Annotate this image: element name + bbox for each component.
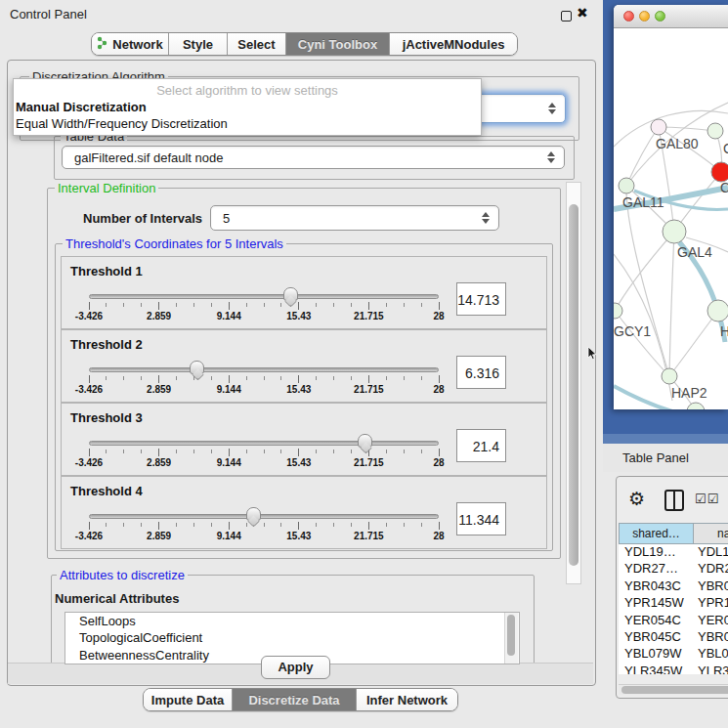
slider-thumb[interactable] bbox=[358, 434, 372, 448]
table-rows[interactable]: YDL19…YDL1YDR27…YDR2YBR043CYBR0YPR145WYP… bbox=[619, 544, 728, 674]
network-edge-thick[interactable] bbox=[614, 386, 672, 409]
close-traffic-icon[interactable] bbox=[623, 11, 634, 21]
split-columns-icon[interactable] bbox=[664, 490, 684, 511]
network-node-c[interactable] bbox=[711, 162, 728, 182]
table-row[interactable]: YER054CYER0 bbox=[619, 613, 728, 629]
number-of-intervals-value: 5 bbox=[223, 211, 230, 226]
tab-cyni-toolbox[interactable]: Cyni Toolbox bbox=[286, 33, 390, 55]
minor-tick bbox=[404, 376, 405, 380]
gear-icon[interactable]: ⚙ bbox=[628, 488, 645, 509]
table-data-combobox[interactable]: galFiltered.sif default node bbox=[62, 146, 565, 169]
cell-shared-name: YDL19… bbox=[619, 544, 696, 559]
minor-tick bbox=[351, 376, 352, 380]
minimize-traffic-icon[interactable] bbox=[639, 11, 650, 21]
apply-button[interactable]: Apply bbox=[261, 656, 330, 679]
network-node-gal80[interactable] bbox=[651, 119, 666, 135]
control-panel-title: Control Panel bbox=[10, 7, 87, 21]
network-view-window[interactable]: GAL80GACGAL11GAL4HGCY1HAP2 bbox=[614, 5, 728, 409]
minor-tick bbox=[141, 450, 142, 453]
table-row[interactable]: YDR27…YDR2 bbox=[619, 561, 728, 578]
slider-ticks: -3.4262.8599.14415.4321.71528 bbox=[89, 302, 439, 321]
tick-label: 28 bbox=[433, 311, 444, 321]
table-row[interactable]: YBR045CYBR0 bbox=[619, 629, 728, 646]
threshold-label: Threshold 3 bbox=[70, 410, 143, 425]
major-tick bbox=[158, 302, 159, 310]
major-tick bbox=[298, 449, 299, 456]
column-header-name[interactable]: na bbox=[694, 523, 728, 544]
tick-label: 21.715 bbox=[354, 384, 384, 395]
network-node-gal11[interactable] bbox=[619, 178, 634, 193]
dropdown-option-manual[interactable]: Manual Discretization bbox=[16, 100, 147, 114]
network-edge[interactable] bbox=[626, 127, 659, 186]
slider-thumb[interactable] bbox=[283, 287, 298, 301]
float-window-icon[interactable] bbox=[561, 11, 572, 21]
slider-thumb[interactable] bbox=[190, 361, 204, 374]
screen: Control Panel ✖ NetworkStyleSelectCyni T… bbox=[0, 0, 728, 728]
table-row[interactable]: YBR043CYBR0 bbox=[619, 578, 728, 595]
threshold-value-field[interactable]: 6.316 bbox=[456, 356, 506, 389]
network-node-gal4[interactable] bbox=[663, 220, 686, 243]
cell-name: YPR1 bbox=[696, 595, 728, 610]
network-window-titlebar[interactable] bbox=[614, 5, 728, 28]
slider-track[interactable] bbox=[89, 441, 439, 446]
panel-scrollbar-thumb[interactable] bbox=[569, 204, 578, 566]
network-edge[interactable] bbox=[615, 311, 669, 376]
number-of-intervals-combobox[interactable]: 5 bbox=[210, 205, 499, 231]
tick-label: 21.715 bbox=[354, 457, 384, 468]
tab-style[interactable]: Style bbox=[169, 33, 228, 55]
network-edge[interactable] bbox=[626, 186, 669, 376]
threshold-value-field[interactable]: 21.4 bbox=[456, 429, 506, 462]
major-tick bbox=[158, 522, 159, 530]
zoom-traffic-icon[interactable] bbox=[655, 11, 665, 21]
network-node-h[interactable] bbox=[707, 300, 728, 321]
network-edge[interactable] bbox=[669, 311, 718, 376]
minor-tick bbox=[333, 450, 334, 453]
slider-ticks: -3.4262.8599.14415.4321.71528 bbox=[89, 522, 439, 541]
list-item[interactable]: SelfLoops bbox=[65, 613, 519, 629]
table-row[interactable]: YDL19…YDL1 bbox=[619, 544, 728, 561]
slider-thumb[interactable] bbox=[246, 507, 261, 521]
bottom-tab-infer-network[interactable]: Infer Network bbox=[357, 689, 457, 710]
minor-tick bbox=[176, 523, 177, 527]
minor-tick bbox=[211, 523, 212, 527]
table-row[interactable]: YLR345WYLR3 bbox=[619, 664, 728, 674]
tab-select[interactable]: Select bbox=[228, 33, 286, 55]
slider-track[interactable] bbox=[89, 367, 439, 372]
threshold-value-field[interactable]: 14.713 bbox=[456, 282, 506, 316]
network-node[interactable] bbox=[687, 403, 705, 409]
list-scrollbar[interactable] bbox=[504, 613, 518, 664]
list-item[interactable]: TopologicalCoefficient bbox=[65, 629, 519, 646]
minor-tick bbox=[141, 523, 142, 527]
network-edge[interactable] bbox=[659, 127, 715, 131]
hscroll-thumb[interactable] bbox=[621, 686, 728, 694]
tick-label: 15.43 bbox=[286, 457, 311, 468]
slider-track[interactable] bbox=[89, 514, 439, 519]
network-node-gcy1[interactable] bbox=[614, 303, 622, 319]
major-tick bbox=[368, 522, 369, 530]
dropdown-option-equal-width[interactable]: Equal Width/Frequency Discretization bbox=[16, 116, 228, 131]
threshold-label: Threshold 4 bbox=[70, 484, 143, 498]
bottom-tab-impute-data[interactable]: Impute Data bbox=[144, 689, 233, 710]
network-node-hap2[interactable] bbox=[662, 368, 677, 384]
network-canvas[interactable]: GAL80GACGAL11GAL4HGCY1HAP2 bbox=[614, 28, 728, 409]
minor-tick bbox=[421, 303, 422, 307]
network-node-ga[interactable] bbox=[707, 123, 723, 139]
panel-scrollbar[interactable] bbox=[566, 182, 581, 584]
tick-label: -3.426 bbox=[75, 384, 103, 395]
tab-jactivemnodules[interactable]: jActiveMNodules bbox=[390, 33, 517, 55]
checkbox-icons[interactable]: ☑☑ bbox=[695, 492, 719, 506]
network-icon bbox=[97, 36, 107, 53]
bottom-tab-discretize-data[interactable]: Discretize Data bbox=[233, 689, 357, 710]
table-row[interactable]: YPR145WYPR1 bbox=[619, 595, 728, 612]
slider-track[interactable] bbox=[89, 294, 439, 299]
threshold-value-field[interactable]: 11.344 bbox=[456, 502, 506, 535]
close-icon[interactable]: ✖ bbox=[577, 5, 588, 21]
table-row[interactable]: YBL079WYBL0 bbox=[619, 646, 728, 663]
top-tab-bar: NetworkStyleSelectCyni ToolboxjActiveMNo… bbox=[91, 32, 518, 56]
table-horizontal-scrollbar[interactable] bbox=[619, 684, 728, 695]
minor-tick bbox=[333, 303, 334, 307]
network-edge[interactable] bbox=[615, 232, 674, 311]
tab-network[interactable]: Network bbox=[92, 33, 169, 55]
network-edge[interactable] bbox=[669, 232, 674, 376]
column-header-shared-name[interactable]: shared… bbox=[619, 523, 694, 544]
